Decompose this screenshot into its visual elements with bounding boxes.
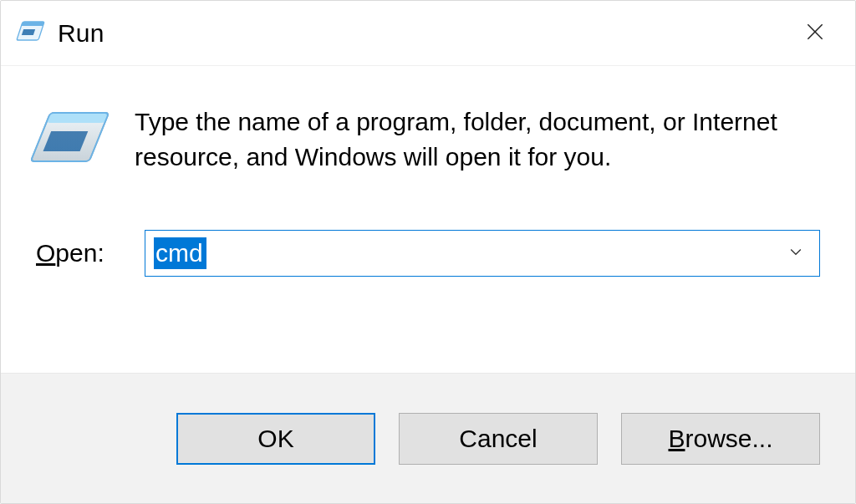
svg-rect-1: [21, 22, 44, 26]
window-title: Run: [58, 19, 104, 48]
ok-button[interactable]: OK: [176, 413, 375, 465]
svg-rect-2: [22, 29, 35, 35]
combobox-dropdown-button[interactable]: [776, 231, 816, 276]
open-label: Open:: [36, 239, 128, 267]
open-accel: O: [36, 239, 55, 267]
description-text: Type the name of a program, folder, docu…: [135, 99, 820, 175]
open-combobox[interactable]: cmd: [145, 230, 820, 277]
run-dialog-window: Run: [0, 0, 856, 504]
close-button[interactable]: [782, 8, 848, 59]
browse-label: Browse...: [668, 425, 772, 453]
title-bar: Run: [1, 1, 855, 66]
close-icon: [804, 21, 826, 46]
title-bar-left: Run: [16, 17, 104, 50]
description-row: Type the name of a program, folder, docu…: [36, 99, 820, 183]
ok-label: OK: [257, 425, 293, 453]
run-title-icon: [16, 17, 46, 50]
browse-button[interactable]: Browse...: [621, 413, 820, 465]
run-body-icon: [31, 103, 111, 183]
open-row: Open: cmd: [36, 230, 820, 277]
open-value-selected: cmd: [154, 237, 206, 269]
svg-rect-4: [46, 113, 109, 123]
dialog-footer: OK Cancel Browse...: [1, 373, 855, 503]
open-label-rest: pen:: [55, 239, 104, 267]
chevron-down-icon: [787, 243, 804, 263]
cancel-label: Cancel: [459, 425, 537, 453]
dialog-body: Type the name of a program, folder, docu…: [1, 66, 855, 373]
cancel-button[interactable]: Cancel: [399, 413, 598, 465]
